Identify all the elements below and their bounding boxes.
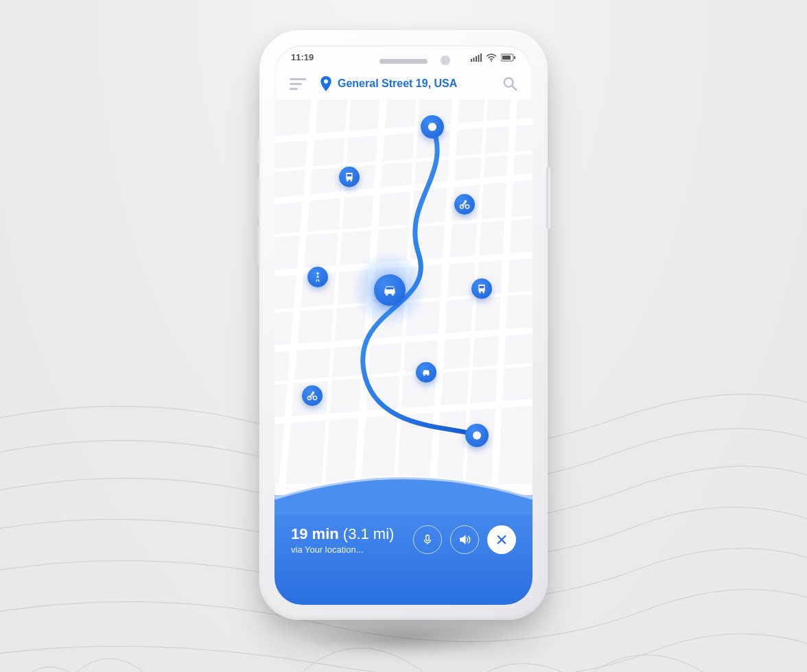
route-distance: (3.1 mi) — [343, 525, 395, 542]
phone-volume-up — [257, 178, 261, 217]
map-marker-bus[interactable] — [339, 167, 360, 187]
phone-screen: 11:19 General Street 19, USA — [274, 45, 533, 605]
sound-button[interactable] — [450, 525, 479, 554]
route-info: 19 min (3.1 mi) via Your location... — [291, 525, 394, 555]
front-camera — [441, 56, 450, 65]
svg-point-47 — [313, 396, 316, 400]
car-icon — [381, 281, 399, 299]
map-marker-bicycle-2[interactable] — [302, 385, 323, 406]
route-start-marker[interactable] — [421, 115, 444, 139]
svg-point-38 — [392, 293, 394, 296]
route-summary-sheet: 19 min (3.1 mi) via Your location... — [274, 495, 533, 605]
svg-rect-39 — [386, 287, 394, 289]
svg-point-34 — [465, 205, 469, 208]
bus-icon — [476, 283, 487, 294]
map-marker-bicycle[interactable] — [454, 194, 475, 215]
map-view[interactable] — [274, 99, 533, 483]
svg-rect-1 — [473, 58, 475, 62]
wifi-icon — [486, 53, 497, 62]
svg-point-10 — [504, 78, 513, 87]
phone-volume-down — [257, 226, 261, 265]
svg-rect-7 — [502, 56, 511, 60]
svg-rect-3 — [478, 55, 480, 62]
search-button[interactable] — [502, 76, 517, 91]
pedestrian-icon — [312, 272, 323, 283]
svg-rect-49 — [426, 535, 430, 540]
phone-frame: 11:19 General Street 19, USA — [259, 30, 548, 620]
svg-line-11 — [513, 86, 517, 91]
status-time: 11:19 — [291, 52, 314, 62]
app-header: General Street 19, USA — [274, 67, 533, 99]
pin-icon — [320, 76, 332, 91]
svg-point-5 — [491, 60, 492, 62]
map-marker-bus-2[interactable] — [471, 278, 492, 299]
bus-icon — [344, 171, 355, 182]
close-button[interactable] — [487, 525, 516, 554]
svg-rect-8 — [514, 56, 515, 59]
svg-rect-41 — [480, 286, 484, 288]
svg-rect-4 — [480, 53, 482, 62]
address-text: General Street 19, USA — [338, 77, 457, 90]
svg-point-9 — [324, 80, 328, 84]
sheet-curve — [274, 470, 533, 514]
svg-point-42 — [479, 291, 481, 293]
route-duration: 19 min — [291, 525, 339, 542]
route-via: via Your location... — [291, 544, 394, 555]
svg-point-45 — [428, 374, 429, 376]
svg-rect-0 — [471, 59, 472, 62]
map-marker-car-2[interactable] — [416, 362, 436, 383]
destination-address[interactable]: General Street 19, USA — [320, 76, 489, 91]
map-marker-pedestrian[interactable] — [307, 267, 328, 287]
svg-point-48 — [312, 392, 314, 393]
map-marker-current-car[interactable] — [374, 274, 406, 306]
svg-point-44 — [423, 374, 425, 376]
svg-point-46 — [307, 396, 311, 400]
svg-point-35 — [465, 200, 466, 202]
bicycle-icon — [459, 199, 470, 210]
phone-shadow — [294, 621, 513, 656]
speaker-notch — [379, 59, 428, 64]
voice-button[interactable] — [413, 525, 442, 554]
svg-point-32 — [350, 180, 352, 182]
svg-rect-30 — [347, 174, 352, 176]
battery-icon — [501, 53, 516, 62]
svg-point-43 — [482, 291, 484, 293]
speaker-icon — [458, 533, 471, 546]
car-icon — [421, 367, 432, 378]
svg-rect-2 — [476, 56, 477, 62]
menu-button[interactable] — [290, 78, 306, 90]
microphone-icon — [421, 533, 434, 546]
cellular-icon — [471, 53, 482, 62]
sheet-actions — [413, 525, 516, 554]
route-end-marker[interactable] — [465, 424, 489, 447]
phone-side-button — [257, 140, 261, 163]
close-icon — [495, 533, 508, 546]
svg-point-31 — [347, 180, 349, 182]
bicycle-icon — [307, 390, 318, 401]
phone-power-button — [546, 167, 550, 229]
svg-point-37 — [386, 293, 388, 296]
svg-point-36 — [316, 272, 318, 274]
